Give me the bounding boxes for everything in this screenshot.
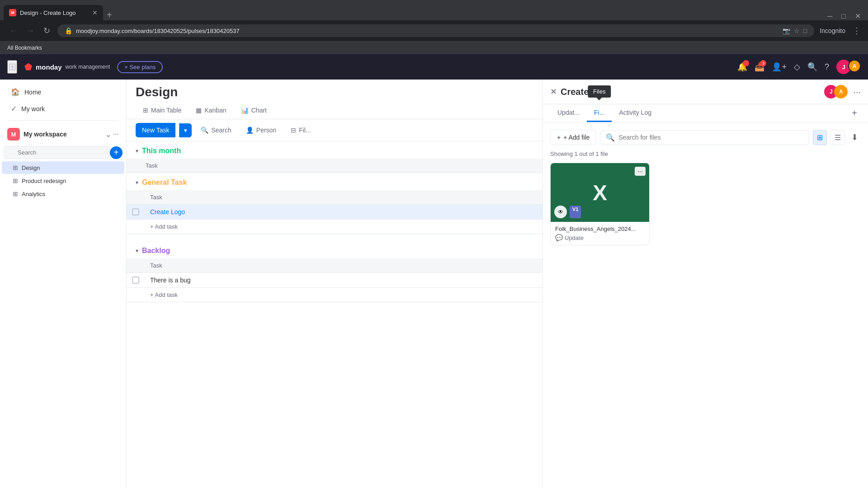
panel-tab-activitylog[interactable]: Activity Log — [612, 104, 659, 122]
main-table-icon: ⊞ — [143, 107, 148, 114]
bookmarks-label[interactable]: All Bookmarks — [7, 45, 42, 51]
see-plans-button[interactable]: + See plans — [117, 61, 163, 73]
panel-close-button[interactable]: ✕ — [550, 87, 557, 97]
notification-bell-button[interactable]: 🔔 — [737, 62, 747, 72]
maximize-button[interactable]: □ — [841, 12, 846, 20]
add-file-button[interactable]: + + Add file — [550, 130, 596, 145]
new-task-dropdown-button[interactable]: ▾ — [179, 123, 192, 137]
close-button[interactable]: ✕ — [855, 12, 861, 20]
extension-icon: □ — [803, 27, 807, 34]
grid-view-button[interactable]: ⊞ — [813, 130, 827, 145]
help-button[interactable]: ? — [825, 62, 829, 72]
gt-checkbox-col — [127, 190, 145, 205]
mywork-icon: ✓ — [11, 104, 17, 113]
apps-grid-button[interactable]: ⊞ — [7, 60, 17, 74]
integrations-button[interactable]: ◇ — [794, 62, 800, 72]
filter-icon: ⊟ — [291, 127, 296, 134]
new-tab-button[interactable]: + — [107, 10, 112, 20]
sidebar-item-mywork[interactable]: ✓ My work — [4, 101, 123, 117]
add-task-label-bl[interactable]: + Add task — [145, 288, 542, 302]
toolbar-filter-button[interactable]: ⊟ Fil... — [285, 124, 316, 136]
panel-more-button[interactable]: ··· — [853, 87, 861, 97]
sidebar-search-input[interactable] — [4, 146, 110, 159]
avatar-user2[interactable]: A — [848, 60, 861, 72]
group-toggle-thismonth[interactable]: ▾ — [136, 148, 138, 154]
group-header-thismonth: ▾ This month — [127, 141, 542, 159]
settings-button[interactable]: ⋮ — [853, 26, 861, 36]
panel-tab-updates[interactable]: Updat... — [550, 104, 587, 122]
tab-main-table[interactable]: ⊞ Main Table — [136, 103, 189, 119]
download-button[interactable]: ⬇ — [849, 130, 861, 145]
list-view-button[interactable]: ☰ — [830, 130, 845, 145]
activitylog-tab-label: Activity Log — [619, 109, 651, 116]
tab-kanban[interactable]: ▦ Kanban — [189, 103, 233, 119]
task-row-thereisabug[interactable]: There is a bug — [127, 273, 542, 288]
group-title-backlog[interactable]: Backlog — [142, 247, 170, 255]
search-button[interactable]: 🔍 — [807, 62, 817, 72]
task-checkbox[interactable] — [132, 208, 139, 216]
new-task-button[interactable]: New Task — [136, 123, 175, 137]
file-info: Folk_Business_Angels_2024... 💬 Update — [551, 222, 649, 245]
tab-title: Design - Create Logo — [20, 9, 89, 16]
sidebar-add-button[interactable]: + — [110, 146, 123, 159]
panel-avatar2: A — [834, 85, 848, 99]
workspace-expand-button[interactable]: ⌄ — [105, 130, 111, 139]
browser-tab[interactable]: M Design - Create Logo ✕ — [4, 5, 103, 20]
design-board-icon: ⊞ — [13, 164, 18, 171]
add-user-button[interactable]: 👤+ — [772, 62, 787, 72]
sidebar-item-home[interactable]: 🏠 Home — [4, 84, 123, 100]
group-title-thismonth[interactable]: This month — [142, 147, 181, 155]
main-content: Design ⊞ Main Table ▦ Kanban 📊 Chart New… — [127, 80, 542, 488]
panel-tab-files[interactable]: Fi... Files — [587, 104, 612, 122]
sidebar-workspace[interactable]: M My workspace ⌄ ··· — [0, 124, 126, 144]
tab-favicon: M — [9, 9, 16, 16]
product-redesign-icon: ⊞ — [13, 177, 18, 184]
main-table-label: Main Table — [151, 107, 181, 114]
group-toggle-generaltask[interactable]: ▾ — [136, 179, 138, 186]
toolbar-person-button[interactable]: 👤 Person — [241, 124, 282, 136]
sidebar-item-product-redesign[interactable]: ⊞ Product redesign — [2, 174, 124, 187]
workspace-more-button[interactable]: ··· — [113, 130, 119, 139]
toolbar-search-label: Search — [211, 127, 231, 134]
panel-body: + + Add file 🔍 ⊞ ☰ ⬇ Showing 1 out of 1 … — [543, 122, 868, 488]
notification-badge — [743, 60, 749, 66]
toolbar-filter-label: Fil... — [299, 127, 311, 134]
inbox-button[interactable]: 📥3 — [755, 62, 764, 72]
add-task-row-bl[interactable]: + Add task — [127, 288, 542, 302]
task-row-createlogo[interactable]: Create Logo — [127, 205, 542, 220]
file-update-icon: 💬 — [555, 234, 563, 241]
panel-tab-add-button[interactable]: + — [848, 104, 861, 122]
toolbar-search-button[interactable]: 🔍 Search — [195, 124, 236, 136]
panel-tabs: Updat... Fi... Files Activity Log + — [543, 104, 868, 122]
forward-button[interactable]: → — [24, 24, 36, 38]
add-task-label-gt[interactable]: + Add task — [145, 220, 542, 234]
file-update-button[interactable]: 💬 Update — [555, 234, 645, 241]
reload-button[interactable]: ↻ — [42, 24, 52, 38]
sidebar-divider — [7, 120, 119, 121]
file-grid: X ··· 👁 V1 Folk_Business_Angels_2024... … — [550, 163, 861, 245]
sidebar-item-analytics[interactable]: ⊞ Analytics — [2, 188, 124, 200]
file-eye-icon[interactable]: 👁 — [554, 206, 567, 218]
group-toggle-backlog[interactable]: ▾ — [136, 248, 138, 254]
address-bar[interactable]: 🔒 moodjoy.monday.com/boards/1830420525/p… — [57, 24, 814, 37]
group-header-backlog: ▾ Backlog — [127, 241, 542, 258]
top-nav-right: 🔔 📥3 👤+ ◇ 🔍 ? J A — [737, 60, 861, 74]
back-button[interactable]: ← — [7, 24, 19, 38]
file-menu-button[interactable]: ··· — [635, 167, 646, 176]
task-checkbox-bug[interactable] — [132, 277, 139, 284]
add-task-row-gt[interactable]: + Add task — [127, 220, 542, 234]
tab-chart[interactable]: 📊 Chart — [234, 103, 274, 119]
file-name: Folk_Business_Angels_2024... — [555, 225, 645, 232]
incognito-button[interactable]: Incognito — [820, 27, 845, 34]
task-name-thereisabug: There is a bug — [145, 273, 542, 288]
minimize-button[interactable]: ─ — [827, 12, 832, 20]
analytics-label: Analytics — [22, 191, 45, 197]
group-title-generaltask[interactable]: General Task — [142, 178, 187, 187]
tab-close-btn[interactable]: ✕ — [92, 9, 98, 16]
logo-sub: work management — [66, 64, 110, 70]
search-files-input[interactable] — [618, 134, 803, 141]
product-redesign-label: Product redesign — [22, 178, 66, 184]
lock-icon: 🔒 — [65, 27, 72, 34]
sidebar-item-design[interactable]: ⊞ Design — [2, 161, 124, 174]
panel-avatar-group: J A — [824, 85, 848, 99]
